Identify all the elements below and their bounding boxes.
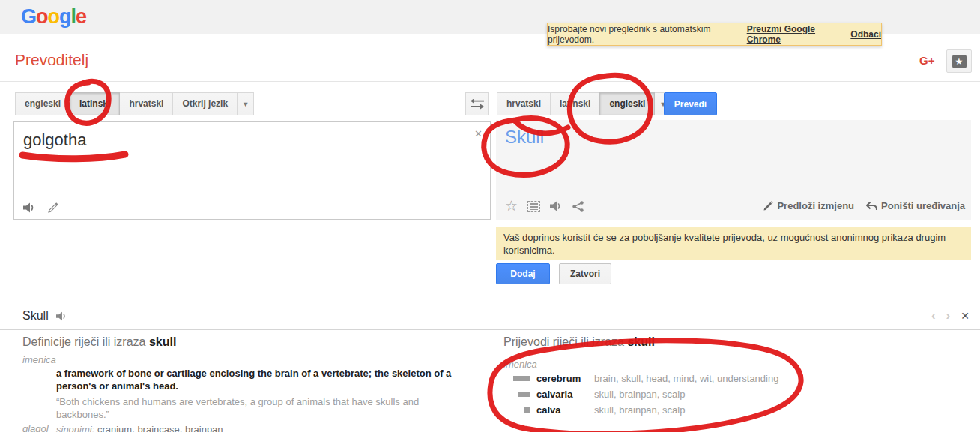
- source-text[interactable]: golgotha: [23, 130, 86, 150]
- chrome-notification-bar: Isprobajte novi preglednik s automatskim…: [547, 22, 882, 46]
- frequency-bar: [524, 407, 530, 412]
- share-button[interactable]: [572, 201, 584, 212]
- prev-page-button[interactable]: ‹: [931, 310, 936, 322]
- frequency-bar: [513, 376, 530, 381]
- close-icon: ✕: [474, 128, 483, 140]
- tab-source-otkrij-jezik[interactable]: Otkrij jezik: [172, 92, 238, 116]
- chevron-left-icon: ‹: [931, 308, 936, 322]
- pencil-icon: [48, 202, 58, 213]
- undo-edits-button[interactable]: Poništi uređivanja: [866, 200, 965, 212]
- logo-letter: o: [36, 5, 48, 28]
- synonyms-label: sinonimi:: [56, 424, 94, 432]
- close-icon: ✕: [961, 310, 970, 322]
- logo-letter: e: [76, 5, 86, 28]
- translation-meanings: skull, brainpan, scalp: [594, 404, 685, 416]
- speaker-icon: [23, 202, 36, 213]
- logo-letter: G: [21, 5, 36, 28]
- translation-row[interactable]: calva skull, brainpan, scalp: [503, 402, 968, 417]
- translations-section: Prijevodi riječi ili izraza skull imenic…: [503, 335, 968, 417]
- swap-languages-button[interactable]: [465, 92, 489, 116]
- suggest-edit-label: Predloži izmjenu: [777, 200, 854, 212]
- share-icon: [572, 201, 584, 212]
- speaker-icon: [550, 201, 563, 212]
- suggest-edit-button[interactable]: Predloži izmjenu: [763, 200, 854, 212]
- next-page-button[interactable]: ›: [946, 310, 951, 322]
- chevron-down-icon: ▾: [244, 100, 247, 108]
- synonyms-line: sinonimi: cranium, braincase, brainpan: [56, 424, 470, 432]
- star-icon: ☆: [505, 200, 518, 213]
- listen-translation-button[interactable]: [550, 201, 563, 212]
- details-listen-button[interactable]: [56, 311, 67, 321]
- translations-title-word: skull: [627, 335, 654, 348]
- listen-source-button[interactable]: [23, 202, 36, 213]
- translation-text[interactable]: Skull: [505, 127, 544, 148]
- select-all-icon: [527, 201, 540, 212]
- google-logo[interactable]: Google: [21, 5, 86, 28]
- source-language-tabs: engleski latinski hrvatski Otkrij jezik …: [15, 92, 253, 116]
- clear-input-button[interactable]: ✕: [474, 128, 483, 140]
- tab-target-engleski[interactable]: engleski: [599, 92, 655, 116]
- example-text: “Both chickens and humans are vertebrate…: [56, 395, 470, 421]
- bookmark-star-icon: ★: [952, 55, 967, 68]
- translation-word[interactable]: cerebrum: [536, 373, 584, 384]
- source-language-dropdown[interactable]: ▾: [237, 92, 254, 116]
- edit-source-button[interactable]: [48, 202, 58, 213]
- definitions-title: Definicije riječi ili izraza skull: [22, 335, 491, 349]
- details-word: Skull: [22, 309, 49, 322]
- translations-title: Prijevodi riječi ili izraza skull: [503, 335, 968, 349]
- translation-meanings: brain, skull, head, mind, wit, understan…: [594, 373, 778, 384]
- tab-source-latinski[interactable]: latinski: [70, 92, 120, 116]
- download-chrome-link[interactable]: Preuzmi Google Chrome: [747, 24, 841, 45]
- pos-label: imenica: [503, 358, 968, 370]
- definitions-title-word: skull: [149, 335, 176, 348]
- undo-edits-label: Poništi uređivanja: [881, 200, 965, 212]
- definition-text: a framework of bone or cartilage enclosi…: [56, 367, 470, 392]
- logo-letter: g: [59, 5, 71, 28]
- tab-target-latinski[interactable]: latinski: [550, 92, 600, 116]
- page-title: Prevoditelj: [15, 51, 88, 69]
- translation-word[interactable]: calva: [536, 404, 584, 416]
- speaker-icon: [56, 311, 67, 321]
- definitions-section: Definicije riječi ili izraza skull imeni…: [22, 335, 491, 432]
- google-translate-page: Google Isprobajte novi preglednik s auto…: [0, 0, 980, 432]
- pos-label-glagol: glagol: [22, 423, 49, 432]
- close-details-button[interactable]: ✕: [961, 310, 970, 322]
- phrasebook-button[interactable]: ★: [946, 50, 972, 73]
- frequency-bar: [518, 392, 530, 397]
- divider: [0, 329, 980, 330]
- chevron-right-icon: ›: [946, 308, 951, 322]
- pencil-icon: [763, 201, 773, 211]
- translation-meanings: skull, brainpan, scalp: [594, 388, 685, 400]
- tab-source-engleski[interactable]: engleski: [15, 92, 70, 116]
- gplus-button[interactable]: G+: [919, 54, 934, 67]
- synonyms-list[interactable]: cranium, braincase, brainpan: [97, 424, 223, 432]
- add-button[interactable]: Dodaj: [496, 263, 550, 284]
- target-language-tabs: hrvatski latinski engleski ▾: [497, 92, 671, 116]
- logo-letter: o: [48, 5, 60, 28]
- translation-row[interactable]: calvaria skull, brainpan, scalp: [503, 386, 968, 401]
- notification-message: Isprobajte novi preglednik s automatskim…: [548, 24, 736, 45]
- select-all-button[interactable]: [527, 201, 540, 212]
- close-button[interactable]: Zatvori: [559, 263, 611, 284]
- translation-panel: Skull ☆ Predloži izm: [496, 120, 971, 220]
- source-text-area[interactable]: golgotha ✕: [13, 122, 491, 220]
- dismiss-link[interactable]: Odbaci: [850, 29, 881, 40]
- pos-label: imenica: [22, 354, 491, 365]
- translation-word[interactable]: calvaria: [536, 388, 584, 400]
- translation-row[interactable]: cerebrum brain, skull, head, mind, wit, …: [503, 370, 968, 386]
- translate-button[interactable]: Prevedi: [664, 92, 717, 116]
- tab-target-hrvatski[interactable]: hrvatski: [497, 92, 551, 116]
- tab-source-hrvatski[interactable]: hrvatski: [119, 92, 173, 116]
- favorite-button[interactable]: ☆: [505, 200, 518, 213]
- contribution-notice: Vaš doprinos koristit će se za poboljšan…: [496, 227, 971, 260]
- undo-icon: [866, 202, 877, 211]
- swap-icon: [471, 99, 484, 110]
